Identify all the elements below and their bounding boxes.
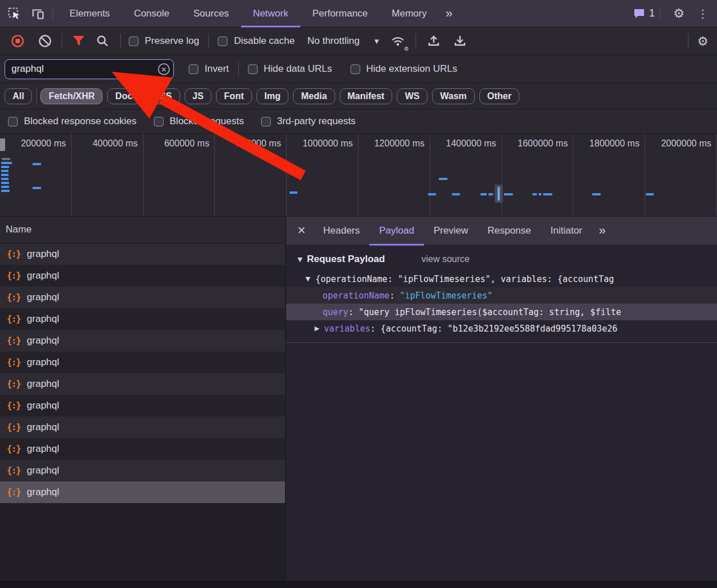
chip-manifest[interactable]: Manifest bbox=[340, 88, 393, 104]
chip-css[interactable]: CSS bbox=[145, 88, 180, 104]
chip-doc[interactable]: Doc bbox=[107, 88, 140, 104]
message-bubble-icon bbox=[633, 8, 645, 19]
chip-wasm[interactable]: Wasm bbox=[432, 88, 475, 104]
checkbox[interactable] bbox=[248, 64, 258, 74]
payload-string-value: "ipFlowTimeseries" bbox=[400, 291, 492, 301]
payload-summary-row[interactable]: ▼ {operationName: "ipFlowTimeseries", va… bbox=[286, 271, 717, 287]
network-overview-timeline[interactable]: 200000 ms 400000 ms 600000 ms 800000 ms … bbox=[0, 134, 717, 217]
third-party-requests-checkbox[interactable]: 3rd-party requests bbox=[261, 116, 356, 127]
name-column-header[interactable]: Name bbox=[0, 217, 285, 243]
checkbox[interactable] bbox=[189, 64, 198, 74]
more-detail-tabs-icon[interactable]: » bbox=[592, 223, 613, 238]
tab-sources[interactable]: Sources bbox=[181, 0, 241, 27]
collapse-triangle-icon[interactable]: ▼ bbox=[298, 256, 302, 263]
checkbox[interactable] bbox=[129, 36, 138, 46]
request-row[interactable]: {:}graphql bbox=[0, 352, 285, 373]
expand-triangle-icon[interactable]: ▼ bbox=[305, 275, 310, 283]
search-icon[interactable] bbox=[93, 31, 112, 51]
divider bbox=[688, 34, 689, 48]
checkbox[interactable] bbox=[261, 117, 271, 126]
request-row[interactable]: {:}graphql bbox=[0, 373, 285, 395]
tab-response[interactable]: Response bbox=[478, 217, 541, 246]
tab-performance[interactable]: Performance bbox=[300, 0, 380, 27]
payload-row-operation-name[interactable]: operationName: "ipFlowTimeseries" bbox=[286, 287, 717, 304]
blocked-requests-checkbox[interactable]: Blocked requests bbox=[154, 116, 244, 127]
clear-network-log-icon[interactable] bbox=[35, 31, 55, 51]
tab-preview[interactable]: Preview bbox=[424, 217, 478, 246]
chip-img[interactable]: Img bbox=[256, 88, 288, 104]
settings-gear-icon[interactable]: ⚙ bbox=[669, 4, 689, 23]
filter-funnel-icon[interactable] bbox=[69, 31, 88, 51]
json-braces-icon: {:} bbox=[7, 444, 21, 454]
request-name: graphql bbox=[27, 378, 59, 390]
clear-filter-icon[interactable]: × bbox=[158, 63, 170, 75]
chip-other[interactable]: Other bbox=[479, 88, 520, 104]
tab-initiator[interactable]: Initiator bbox=[541, 217, 592, 246]
tab-elements[interactable]: Elements bbox=[58, 0, 122, 27]
payload-row-query[interactable]: query: "query ipFlowTimeseries($accountT… bbox=[286, 304, 717, 320]
request-row[interactable]: {:}graphql bbox=[0, 395, 285, 416]
tab-payload[interactable]: Payload bbox=[369, 217, 423, 246]
expand-triangle-icon[interactable]: ▶ bbox=[315, 325, 319, 332]
request-detail-panel: × Headers Payload Preview Response Initi… bbox=[286, 217, 717, 581]
invert-label: Invert bbox=[205, 63, 229, 75]
checkbox[interactable] bbox=[154, 117, 164, 126]
tab-console[interactable]: Console bbox=[122, 0, 181, 27]
preserve-log-checkbox[interactable]: Preserve log bbox=[129, 35, 199, 47]
blocked-response-cookies-checkbox[interactable]: Blocked response cookies bbox=[8, 116, 137, 127]
json-braces-icon: {:} bbox=[7, 357, 21, 368]
request-row[interactable]: {:}graphql bbox=[0, 243, 285, 265]
throttling-dropdown[interactable]: No throttling ▼ bbox=[307, 35, 378, 47]
chip-media[interactable]: Media bbox=[293, 88, 335, 104]
payload-key: operationName bbox=[323, 291, 389, 301]
invert-checkbox[interactable]: Invert bbox=[189, 63, 229, 75]
close-detail-icon[interactable]: × bbox=[286, 222, 313, 239]
chip-font[interactable]: Font bbox=[216, 88, 252, 104]
request-row[interactable]: {:}graphql bbox=[0, 308, 285, 330]
payload-value: "query ipFlowTimeseries($accountTag: str… bbox=[358, 307, 621, 317]
request-row[interactable]: {:}graphql bbox=[0, 287, 285, 308]
chip-all[interactable]: All bbox=[5, 88, 32, 104]
network-toolbar: Preserve log Disable cache No throttling… bbox=[0, 27, 717, 55]
tab-headers[interactable]: Headers bbox=[313, 217, 369, 246]
view-source-link[interactable]: view source bbox=[421, 254, 469, 264]
more-tabs-icon[interactable]: » bbox=[439, 6, 459, 21]
json-braces-icon: {:} bbox=[7, 292, 21, 303]
record-network-log-icon[interactable] bbox=[8, 31, 27, 51]
chip-ws[interactable]: WS bbox=[397, 88, 427, 104]
request-row[interactable]: {:}graphql bbox=[0, 416, 285, 438]
json-braces-icon: {:} bbox=[7, 314, 21, 324]
device-toolbar-icon[interactable] bbox=[28, 4, 48, 23]
import-har-icon[interactable] bbox=[424, 31, 443, 51]
export-har-icon[interactable] bbox=[450, 31, 470, 51]
tab-memory[interactable]: Memory bbox=[380, 0, 438, 27]
waterfall-bar bbox=[1, 186, 9, 188]
payload-value: {accountTag: "b12e3b2192ee5588fdad995178… bbox=[381, 324, 617, 334]
checkbox[interactable] bbox=[218, 36, 227, 46]
chip-js[interactable]: JS bbox=[185, 88, 212, 104]
network-conditions-icon[interactable]: ⚙ bbox=[388, 31, 408, 51]
key-separator: : bbox=[370, 324, 381, 334]
request-row-selected[interactable]: {:}graphql bbox=[0, 481, 285, 503]
filter-input[interactable] bbox=[5, 59, 174, 79]
request-row[interactable]: {:}graphql bbox=[0, 460, 285, 481]
third-party-requests-label: 3rd-party requests bbox=[277, 116, 356, 127]
request-row[interactable]: {:}graphql bbox=[0, 330, 285, 352]
hide-extension-urls-checkbox[interactable]: Hide extension URLs bbox=[351, 63, 458, 75]
issues-counter[interactable]: 1 bbox=[633, 7, 655, 19]
disable-cache-checkbox[interactable]: Disable cache bbox=[218, 35, 295, 47]
checkbox[interactable] bbox=[8, 117, 18, 126]
network-settings-gear-icon[interactable]: ⚙ bbox=[693, 31, 712, 51]
checkbox[interactable] bbox=[351, 64, 360, 74]
request-row[interactable]: {:}graphql bbox=[0, 438, 285, 460]
divider bbox=[208, 34, 209, 48]
inspect-element-icon[interactable] bbox=[5, 4, 24, 23]
chip-fetch-xhr[interactable]: Fetch/XHR bbox=[40, 88, 103, 104]
request-row[interactable]: {:}graphql bbox=[0, 265, 285, 287]
tab-network[interactable]: Network bbox=[241, 0, 300, 27]
waterfall-bars bbox=[0, 134, 717, 216]
hide-data-urls-checkbox[interactable]: Hide data URLs bbox=[248, 63, 332, 75]
menu-dots-icon[interactable]: ⋮ bbox=[693, 4, 712, 23]
preserve-log-label: Preserve log bbox=[145, 35, 199, 47]
payload-row-variables[interactable]: ▶ variables: {accountTag: "b12e3b2192ee5… bbox=[286, 320, 717, 337]
